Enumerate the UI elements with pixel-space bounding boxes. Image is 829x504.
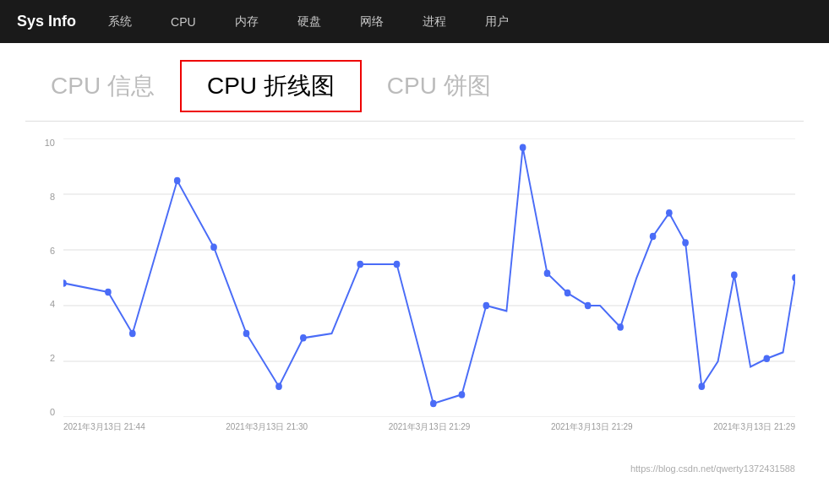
- tab-cpu-line[interactable]: CPU 折线图: [180, 60, 362, 112]
- y-axis: 0 2 4 6 8 10: [25, 138, 59, 417]
- svg-point-8: [129, 330, 136, 338]
- y-label-10: 10: [45, 138, 55, 148]
- svg-point-17: [459, 391, 466, 398]
- nav-system[interactable]: 系统: [101, 10, 139, 34]
- y-label-6: 6: [50, 247, 55, 256]
- svg-point-13: [300, 334, 307, 342]
- svg-point-27: [698, 383, 705, 391]
- svg-point-24: [650, 233, 657, 241]
- y-label-4: 4: [50, 300, 55, 309]
- nav-user[interactable]: 用户: [478, 10, 515, 34]
- svg-point-9: [174, 177, 181, 185]
- svg-point-11: [243, 330, 250, 338]
- x-label-0: 2021年3月13日 21:44: [63, 421, 145, 433]
- svg-point-26: [682, 239, 689, 247]
- main-content: CPU 信息 CPU 折线图 CPU 饼图 0 2 4 6 8 10: [0, 43, 829, 490]
- nav-memory[interactable]: 内存: [228, 10, 265, 34]
- x-label-4: 2021年3月13日 21:29: [713, 421, 795, 433]
- nav-cpu[interactable]: CPU: [164, 11, 203, 33]
- x-axis: 2021年3月13日 21:44 2021年3月13日 21:30 2021年3…: [63, 417, 795, 459]
- svg-point-23: [617, 323, 624, 331]
- x-label-3: 2021年3月13日 21:29: [551, 421, 633, 433]
- line-chart: [63, 138, 795, 417]
- svg-point-29: [763, 355, 770, 363]
- tab-cpu-info[interactable]: CPU 信息: [25, 62, 180, 111]
- y-label-0: 0: [50, 408, 55, 417]
- svg-point-7: [105, 289, 112, 296]
- x-label-1: 2021年3月13日 21:30: [226, 421, 308, 433]
- svg-point-14: [357, 261, 363, 268]
- svg-point-18: [483, 302, 490, 310]
- svg-point-6: [63, 279, 67, 287]
- svg-point-21: [564, 290, 571, 297]
- chart-container: 0 2 4 6 8 10: [25, 138, 804, 459]
- navbar: Sys Info 系统 CPU 内存 硬盘 网络 进程 用户: [0, 0, 829, 43]
- tab-divider: [25, 121, 804, 122]
- svg-point-19: [520, 144, 526, 151]
- watermark: https://blog.csdn.net/qwerty1372431588: [25, 463, 804, 474]
- x-label-2: 2021年3月13日 21:29: [389, 421, 471, 433]
- tab-bar: CPU 信息 CPU 折线图 CPU 饼图: [25, 60, 804, 112]
- tab-cpu-pie[interactable]: CPU 饼图: [362, 62, 516, 111]
- svg-point-25: [666, 209, 673, 217]
- nav-disk[interactable]: 硬盘: [291, 10, 328, 34]
- svg-point-20: [544, 269, 551, 277]
- svg-point-16: [430, 400, 437, 408]
- svg-point-22: [585, 302, 592, 310]
- y-label-2: 2: [50, 354, 55, 363]
- nav-network[interactable]: 网络: [353, 10, 390, 34]
- svg-point-28: [731, 272, 738, 279]
- svg-point-30: [792, 274, 795, 282]
- svg-point-15: [394, 261, 401, 268]
- y-label-8: 8: [50, 192, 55, 202]
- svg-point-10: [210, 244, 217, 252]
- svg-point-12: [275, 383, 282, 391]
- navbar-brand: Sys Info: [17, 13, 76, 30]
- nav-process[interactable]: 进程: [416, 10, 453, 34]
